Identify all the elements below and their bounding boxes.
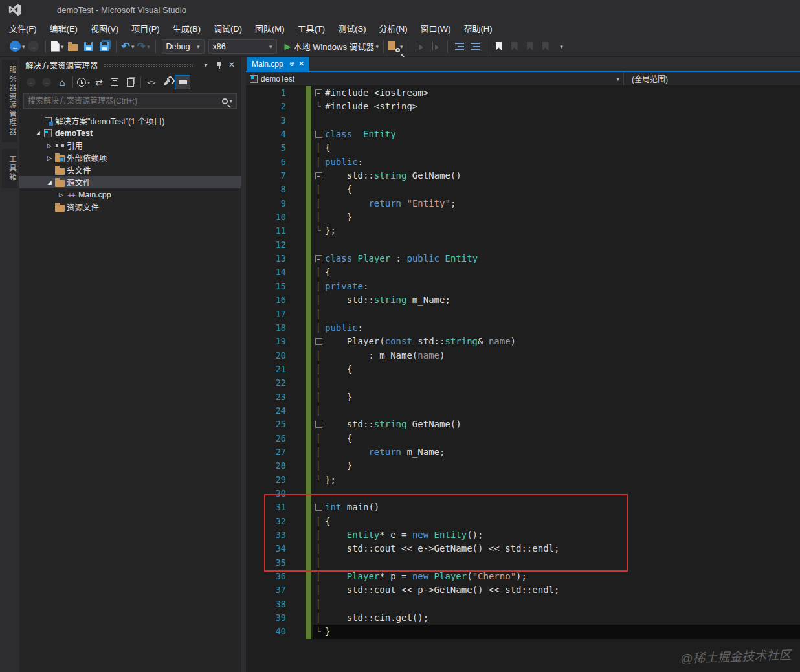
search-options-icon[interactable]: ▾ [229, 98, 232, 104]
code-line-5[interactable]: 5│{ [246, 141, 800, 155]
code-text[interactable]: public: [325, 155, 363, 169]
fold-collapse-icon[interactable]: − [315, 421, 322, 428]
new-file-button[interactable]: ▾ [50, 39, 65, 54]
code-line-24[interactable]: 24│ [246, 404, 800, 418]
code-line-14[interactable]: 14│{ [246, 265, 800, 279]
outlining-margin[interactable]: − [313, 335, 324, 348]
previous-bookmark-button[interactable] [507, 39, 522, 54]
code-line-39[interactable]: 39│ std::cin.get(); [246, 611, 800, 625]
fold-collapse-icon[interactable]: − [315, 131, 322, 138]
code-line-35[interactable]: 35│ [246, 556, 800, 570]
code-line-36[interactable]: 36│ Player* p = new Player("Cherno"); [246, 570, 800, 583]
code-line-15[interactable]: 15│private: [246, 280, 800, 293]
code-line-9[interactable]: 9│ return "Entity"; [246, 197, 800, 210]
fold-collapse-icon[interactable]: − [315, 172, 322, 179]
code-line-7[interactable]: 7− std::string GetName() [246, 169, 800, 183]
code-text[interactable]: int main() [325, 500, 379, 514]
code-line-28[interactable]: 28│ } [246, 459, 800, 473]
nav-back-button[interactable]: ←▾ [10, 39, 25, 54]
navigate-backward-cursor-button[interactable] [413, 39, 427, 54]
tree-item--demotest-1-[interactable]: 解决方案"demoTest"(1 个项目) [19, 115, 241, 127]
code-line-13[interactable]: 13−class Player : public Entity [246, 252, 800, 265]
tab-close-icon[interactable]: ✕ [298, 60, 304, 68]
code-text[interactable]: class Entity [325, 128, 396, 141]
menu-item[interactable]: 分析(N) [372, 20, 414, 36]
code-text[interactable]: std::string GetName() [325, 418, 461, 431]
add-existing-item-button[interactable] [66, 39, 80, 54]
decrease-indent-button[interactable] [452, 39, 467, 54]
activity-tab[interactable]: 服务器资源管理器 [2, 60, 17, 142]
save-button[interactable] [82, 39, 96, 54]
fold-collapse-icon[interactable]: − [315, 338, 322, 345]
code-line-27[interactable]: 27│ return m_Name; [246, 445, 800, 459]
code-line-21[interactable]: 21│ { [246, 363, 800, 376]
redo-button[interactable]: ↷▾ [137, 39, 151, 54]
code-line-33[interactable]: 33│ Entity* e = new Entity(); [246, 528, 800, 542]
activity-tab[interactable]: 工具箱 [2, 149, 17, 188]
pin-icon[interactable] [214, 60, 224, 70]
code-text[interactable]: private: [325, 280, 368, 293]
menu-item[interactable]: 窗口(W) [414, 20, 458, 36]
sync-with-active-document-button[interactable]: ⇄ [91, 75, 107, 89]
home-button[interactable]: ⌂ [54, 75, 70, 89]
code-line-34[interactable]: 34│ std::cout << e->GetName() << std::en… [246, 542, 800, 555]
outlining-margin[interactable]: − [313, 418, 324, 431]
close-icon[interactable]: ✕ [227, 60, 237, 70]
code-line-20[interactable]: 20│ : m_Name(name) [246, 349, 800, 363]
show-all-files-button[interactable] [122, 75, 138, 89]
code-text[interactable]: } [325, 210, 352, 224]
code-text[interactable]: return m_Name; [325, 445, 445, 459]
menu-item[interactable]: 工具(T) [291, 20, 332, 36]
code-line-4[interactable]: 4−class Entity [246, 128, 800, 141]
code-text[interactable]: std::cin.get(); [325, 611, 428, 625]
menu-item[interactable]: 视图(V) [84, 20, 125, 36]
solution-search-input[interactable] [28, 96, 222, 106]
code-text[interactable]: std::cout << e->GetName() << std::endl; [325, 542, 559, 555]
forward-button[interactable]: → [39, 75, 54, 89]
code-editor[interactable]: 1−#include <iostream>2└#include <string>… [246, 86, 800, 672]
code-line-2[interactable]: 2└#include <string> [246, 100, 800, 113]
code-text[interactable]: #include <iostream> [325, 86, 428, 100]
tree-item-main-cpp[interactable]: ▷++Main.cpp [19, 188, 241, 201]
code-line-17[interactable]: 17│ [246, 308, 800, 321]
code-text[interactable]: } [325, 459, 352, 473]
tree-item--[interactable]: 头文件 [19, 164, 241, 176]
clear-bookmarks-button[interactable] [539, 39, 553, 54]
code-text[interactable]: : m_Name(name) [325, 349, 445, 363]
code-line-18[interactable]: 18│public: [246, 321, 800, 335]
preview-selected-items-toggle[interactable] [175, 75, 190, 89]
expander-icon[interactable]: ◢ [34, 130, 42, 136]
menu-item[interactable]: 团队(M) [249, 20, 291, 36]
code-text[interactable]: Entity* e = new Entity(); [325, 528, 483, 542]
next-bookmark-button[interactable] [523, 39, 537, 54]
code-text[interactable]: #include <string> [325, 100, 417, 113]
code-line-8[interactable]: 8│ { [246, 183, 800, 196]
tree-item-demotest[interactable]: ◢demoTest [19, 127, 241, 139]
expander-icon[interactable]: ◢ [45, 179, 54, 185]
code-line-40[interactable]: 40└} [246, 625, 800, 638]
code-text[interactable]: { [325, 265, 330, 279]
platform-dropdown[interactable]: x86▾ [208, 39, 277, 54]
code-text[interactable]: { [325, 183, 352, 196]
code-line-25[interactable]: 25− std::string GetName() [246, 418, 800, 431]
global-scope-dropdown[interactable]: (全局范围) [624, 73, 800, 84]
menu-item[interactable]: 编辑(E) [43, 20, 84, 36]
menu-item[interactable]: 帮助(H) [457, 20, 498, 36]
code-line-6[interactable]: 6│public: [246, 155, 800, 169]
code-line-30[interactable]: 30 [246, 487, 800, 500]
code-line-16[interactable]: 16│ std::string m_Name; [246, 293, 800, 307]
pending-changes-filter-button[interactable]: ▾ [76, 75, 91, 89]
code-text[interactable]: } [325, 625, 330, 638]
code-line-37[interactable]: 37│ std::cout << p->GetName() << std::en… [246, 583, 800, 597]
tree-item--[interactable]: ▷引用 [19, 139, 241, 151]
code-line-38[interactable]: 38│ [246, 598, 800, 611]
code-line-3[interactable]: 3 [246, 114, 800, 128]
save-all-button[interactable] [97, 39, 111, 54]
code-text[interactable]: std::cout << p->GetName() << std::endl; [325, 583, 559, 597]
project-scope-dropdown[interactable]: demoTest ▾ [246, 72, 623, 85]
code-text[interactable]: Player* p = new Player("Cherno"); [325, 570, 527, 583]
outlining-margin[interactable]: − [313, 252, 324, 265]
code-line-1[interactable]: 1−#include <iostream> [246, 86, 800, 100]
code-line-11[interactable]: 11└}; [246, 224, 800, 238]
code-text[interactable]: Player(const std::string& name) [325, 335, 516, 348]
